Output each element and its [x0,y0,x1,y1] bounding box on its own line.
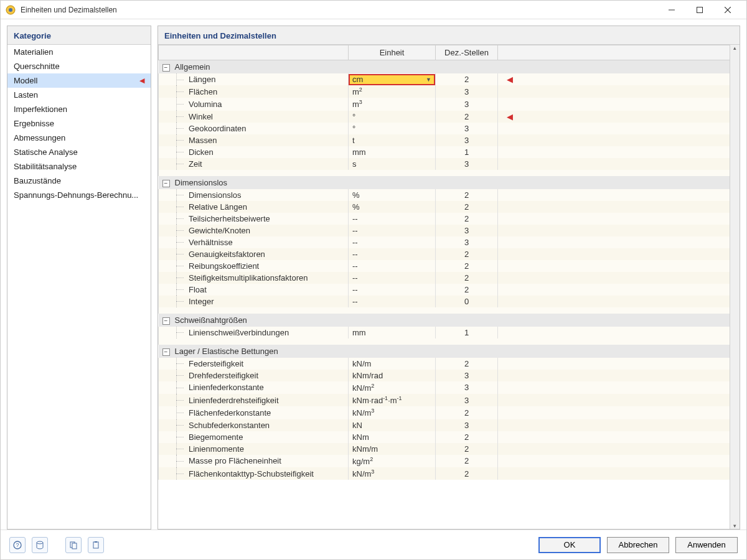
decimal-cell[interactable]: 3 [436,381,498,394]
decimal-cell[interactable]: 2 [436,467,498,480]
table-row[interactable]: Längencm▼2◀ [159,73,740,85]
table-row[interactable]: Teilsicherheitsbeiwerte--2 [159,213,740,225]
unit-cell[interactable]: m3 [349,98,436,110]
sidebar-item-9[interactable]: Bauzustände [7,174,151,188]
unit-cell[interactable]: -- [349,284,436,296]
sidebar-item-3[interactable]: Lasten [7,88,151,102]
decimal-cell[interactable]: 3 [436,134,498,146]
table-row[interactable]: Zeits3 [159,158,740,170]
table-row[interactable]: SchubfederkonstantenkN3 [159,419,740,431]
unit-cell[interactable]: kN/m3 [349,467,436,480]
table-row[interactable]: FlächenfederkonstantekN/m32 [159,406,740,419]
table-row[interactable]: BiegemomentekNm2 [159,431,740,443]
unit-cell[interactable]: % [349,201,436,213]
unit-cell[interactable]: -- [349,213,436,225]
unit-cell[interactable]: kg/m2 [349,455,436,467]
database-icon[interactable] [32,537,48,553]
sidebar-item-7[interactable]: Statische Analyse [7,145,151,159]
table-row[interactable]: Massent3 [159,134,740,146]
table-row[interactable]: Masse pro Flächeneinheitkg/m22 [159,455,740,467]
decimal-cell[interactable]: 3 [436,370,498,381]
maximize-button[interactable] [685,1,713,19]
table-row[interactable]: Dimensionslos%2 [159,189,740,201]
unit-cell[interactable]: kNm/rad [349,370,436,381]
sidebar-item-4[interactable]: Imperfektionen [7,102,151,116]
table-row[interactable]: Gewichte/Knoten--3 [159,225,740,236]
sidebar-item-1[interactable]: Querschnitte [7,59,151,73]
decimal-cell[interactable]: 2 [436,189,498,201]
vertical-scrollbar[interactable]: ▴ ▾ [730,45,740,529]
decimal-cell[interactable]: 3 [436,98,498,110]
unit-cell[interactable]: -- [349,248,436,260]
copy-icon[interactable] [65,537,82,553]
unit-cell[interactable]: mm [349,327,436,338]
decimal-cell[interactable]: 0 [436,296,498,307]
unit-cell[interactable]: % [349,189,436,201]
table-row[interactable]: Float--2 [159,284,740,296]
sidebar-item-6[interactable]: Abmessungen [7,131,151,145]
collapse-icon[interactable]: − [162,64,170,72]
table-row[interactable]: Winkel°2◀ [159,111,740,123]
table-row[interactable]: Geokoordinaten°3 [159,123,740,134]
table-row[interactable]: LinienfederdrehsteifigkeitkNm·rad-1·m-13 [159,394,740,406]
collapse-icon[interactable]: − [162,348,170,356]
close-button[interactable] [713,1,741,19]
decimal-cell[interactable]: 2 [436,443,498,455]
scroll-down-icon[interactable]: ▾ [733,523,736,529]
decimal-cell[interactable]: 3 [436,85,498,98]
paste-icon[interactable] [88,537,104,553]
decimal-cell[interactable]: 2 [436,248,498,260]
ok-button[interactable]: OK [538,537,601,553]
decimal-cell[interactable]: 3 [436,236,498,248]
unit-cell[interactable]: kN [349,419,436,431]
unit-cell[interactable]: -- [349,225,436,236]
decimal-cell[interactable]: 1 [436,327,498,338]
unit-cell[interactable]: -- [349,296,436,307]
table-row[interactable]: Genauigkeitsfaktoren--2 [159,248,740,260]
col-header-unit[interactable]: Einheit [349,45,436,60]
unit-cell[interactable]: m2 [349,85,436,98]
minimize-button[interactable] [657,1,685,19]
help-icon[interactable]: ? [9,537,26,553]
unit-cell[interactable]: kN/m3 [349,406,436,419]
sidebar-item-5[interactable]: Ergebnisse [7,116,151,131]
unit-cell[interactable]: kNm/m [349,443,436,455]
decimal-cell[interactable]: 2 [436,431,498,443]
decimal-cell[interactable]: 3 [436,419,498,431]
decimal-cell[interactable]: 2 [436,213,498,225]
unit-cell[interactable]: kN/m2 [349,381,436,394]
cancel-button[interactable]: Abbrechen [607,537,669,553]
table-row[interactable]: Flächenm23 [159,85,740,98]
table-row[interactable]: LinienmomentekNm/m2 [159,443,740,455]
unit-cell[interactable]: -- [349,236,436,248]
decimal-cell[interactable]: 2 [436,201,498,213]
unit-cell[interactable]: -- [349,260,436,272]
decimal-cell[interactable]: 2 [436,73,498,85]
table-row[interactable]: LinienfederkonstantekN/m23 [159,381,740,394]
scroll-up-icon[interactable]: ▴ [733,45,736,51]
decimal-cell[interactable]: 3 [436,123,498,134]
unit-cell[interactable]: kNm·rad-1·m-1 [349,394,436,406]
unit-cell[interactable]: kNm [349,431,436,443]
decimal-cell[interactable]: 2 [436,284,498,296]
decimal-cell[interactable]: 2 [436,272,498,284]
unit-cell[interactable]: ° [349,123,436,134]
table-row[interactable]: Reibungskoeffizient--2 [159,260,740,272]
sidebar-item-10[interactable]: Spannungs-Dehnungs-Berechnu... [7,188,151,202]
unit-cell[interactable]: mm [349,146,436,158]
unit-cell[interactable]: t [349,134,436,146]
table-row[interactable]: Flächenkontakttyp-SchubsteifigkeitkN/m32 [159,467,740,480]
decimal-cell[interactable]: 2 [436,455,498,467]
unit-dropdown[interactable]: cm▼ [349,74,435,85]
sidebar-item-8[interactable]: Stabilitätsanalyse [7,159,151,174]
unit-cell[interactable]: kN/m [349,358,436,370]
sidebar-item-0[interactable]: Materialien [7,45,151,59]
apply-button[interactable]: Anwenden [675,537,738,553]
table-row[interactable]: Verhältnisse--3 [159,236,740,248]
decimal-cell[interactable]: 2 [436,260,498,272]
table-row[interactable]: Integer--0 [159,296,740,307]
decimal-cell[interactable]: 2 [436,358,498,370]
unit-cell[interactable]: -- [349,272,436,284]
collapse-icon[interactable]: − [162,180,170,187]
table-row[interactable]: Dickenmm1 [159,146,740,158]
